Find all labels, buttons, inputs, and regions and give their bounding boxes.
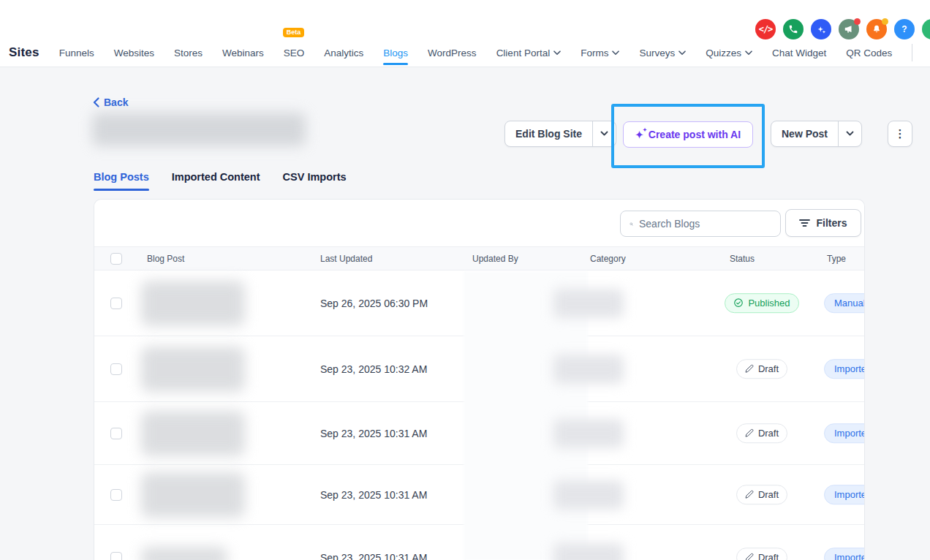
sparkle-icon: ✦✦ [635,130,643,140]
type-badge: Manual [824,293,865,314]
topbar-quick-actions: </> ? [755,19,930,39]
content-tabs: Blog Posts Imported Content CSV Imports [94,171,347,191]
status-badge-draft: Draft [736,548,787,560]
chevron-left-icon [93,97,99,107]
search-field[interactable] [620,211,781,237]
tab-blog-posts[interactable]: Blog Posts [94,171,149,191]
last-updated-value: Sep 23, 2025 10:32 AM [320,363,427,375]
select-all-checkbox[interactable] [110,253,122,265]
redacted-updated-by [553,419,624,448]
type-badge: Imported [824,485,865,505]
row-checkbox[interactable] [110,489,122,501]
redacted-updated-by [553,355,624,384]
check-circle-icon [733,298,744,309]
column-header-type[interactable]: Type [827,247,846,270]
more-options-button[interactable]: ⋮ [888,121,912,147]
pencil-icon [745,553,754,560]
nav-item-blogs[interactable]: Blogs [383,39,408,67]
chevron-down-icon [678,50,686,56]
status-badge-draft: Draft [736,359,787,379]
last-updated-value: Sep 26, 2025 06:30 PM [320,298,428,309]
profile-icon[interactable] [922,19,930,39]
back-button[interactable]: Back [93,97,128,108]
nav-item-chat-widget[interactable]: Chat Widget [772,39,826,67]
pencil-icon [745,491,754,499]
row-checkbox[interactable] [110,552,122,560]
primary-nav: Sites Funnels Websites Stores Webinars B… [9,39,930,67]
type-badge: Imported [824,359,865,379]
ai-sparkles-icon[interactable] [811,19,831,39]
nav-item-seo[interactable]: Beta SEO [284,39,305,67]
redacted-blog-post-name [141,347,245,392]
chevron-down-icon[interactable] [838,121,861,146]
pencil-icon [745,429,754,438]
column-header-blog-post[interactable]: Blog Post [147,247,184,270]
type-badge: Imported [824,548,865,560]
help-icon[interactable]: ? [894,19,915,39]
nav-item-quizzes[interactable]: Quizzes [706,39,752,67]
kebab-icon: ⋮ [895,127,906,140]
code-icon[interactable]: </> [755,19,776,39]
notification-dot [882,18,888,25]
nav-item-funnels[interactable]: Funnels [59,39,94,67]
row-checkbox[interactable] [110,363,122,375]
nav-item-client-portal[interactable]: Client Portal [496,39,562,67]
app-title: Sites [9,45,39,60]
pencil-icon [745,365,754,374]
nav-item-forms[interactable]: Forms [581,39,619,67]
last-updated-value: Sep 23, 2025 10:31 AM [320,552,427,560]
announcements-icon[interactable] [839,19,859,39]
last-updated-value: Sep 23, 2025 10:31 AM [320,428,427,439]
chevron-down-icon [553,50,561,56]
tab-csv-imports[interactable]: CSV Imports [283,171,347,191]
column-header-last-updated[interactable]: Last Updated [320,247,372,270]
top-navigation-bar: Sites Funnels Websites Stores Webinars B… [0,0,930,67]
search-input[interactable] [639,218,771,230]
page-content: Back Edit Blog Site ✦✦ Create post with … [0,67,930,560]
nav-item-analytics[interactable]: Analytics [324,39,363,67]
table-header: Blog Post Last Updated Updated By Catego… [94,246,865,270]
nav-item-qr-codes[interactable]: QR Codes [846,39,892,67]
redacted-blog-post-name [141,281,245,326]
new-post-button[interactable]: New Post [771,121,862,147]
nav-item-stores[interactable]: Stores [174,39,203,67]
column-header-category[interactable]: Category [590,247,626,270]
notifications-bell-icon[interactable] [866,19,887,39]
redacted-updated-by [553,289,624,318]
chevron-down-icon[interactable] [592,121,616,146]
beta-badge: Beta [283,28,305,37]
nav-divider [912,44,912,61]
redacted-updated-by [553,480,624,510]
search-icon [630,219,633,230]
column-header-status[interactable]: Status [730,247,755,270]
status-badge-draft: Draft [736,423,787,444]
phone-icon[interactable] [783,19,804,39]
row-checkbox[interactable] [110,428,122,439]
filters-button[interactable]: Filters [785,209,861,237]
nav-item-wordpress[interactable]: WordPress [428,39,477,67]
redacted-updated-by [553,543,624,560]
chevron-down-icon [612,50,619,56]
notification-dot [854,18,861,25]
column-header-updated-by[interactable]: Updated By [472,247,518,270]
tab-imported-content[interactable]: Imported Content [172,171,260,191]
redacted-blog-post-name [141,472,245,518]
chevron-down-icon [745,50,752,56]
nav-item-webinars[interactable]: Webinars [222,39,264,67]
type-badge: Imported [824,423,865,444]
redacted-blog-post-name [141,411,245,456]
nav-item-surveys[interactable]: Surveys [639,39,686,67]
row-checkbox[interactable] [110,298,122,309]
status-badge-published: Published [725,293,798,314]
edit-blog-site-button[interactable]: Edit Blog Site [504,121,616,147]
redacted-blog-post-name [141,547,227,560]
status-badge-draft: Draft [736,485,787,505]
create-post-with-ai-button[interactable]: ✦✦ Create post with AI [623,121,753,148]
last-updated-value: Sep 23, 2025 10:31 AM [320,489,427,501]
filter-icon [799,219,810,227]
nav-item-websites[interactable]: Websites [114,39,154,67]
blog-posts-card: Filters Blog Post Last Updated Updated B… [94,199,865,560]
redacted-page-title [92,113,306,146]
